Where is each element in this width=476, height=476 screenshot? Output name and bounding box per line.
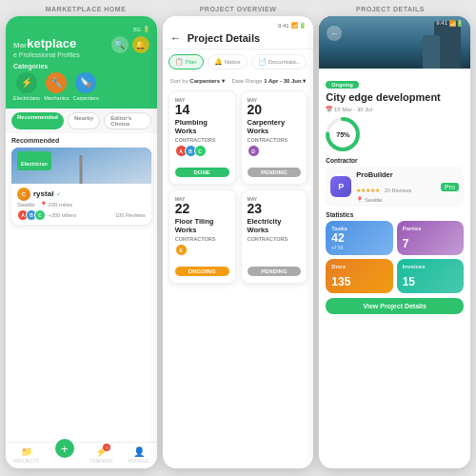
s2-header: 9:41 📶 🔋 ← Project Details bbox=[163, 16, 314, 50]
category-mechanics[interactable]: 🔧 Mechanics bbox=[44, 72, 69, 101]
categories-label: Categories bbox=[13, 63, 149, 69]
pole-decoration bbox=[80, 155, 83, 184]
card-image: Electrician bbox=[11, 148, 151, 184]
carpenter-label: Carpenters bbox=[72, 95, 98, 101]
plan-label: Plan bbox=[186, 59, 197, 65]
s1-bottom-nav: 📁 PROJECTS + ⚡ 3 TENDERS 👤 PROFILE bbox=[6, 442, 157, 468]
card-day: 23 bbox=[248, 202, 302, 215]
card-image-bg: Electrician bbox=[11, 148, 151, 184]
contractors-label: CONTRACTORS bbox=[175, 137, 229, 143]
s2-signal: 📶 🔋 bbox=[291, 22, 307, 29]
tab-notice[interactable]: 🔔 Notice bbox=[208, 54, 248, 69]
card-title: Electricity Works bbox=[248, 217, 302, 234]
profile-icon: 👤 bbox=[133, 446, 145, 457]
status-badge-done: DONE bbox=[175, 168, 229, 177]
s2-statusbar: 9:41 📶 🔋 bbox=[170, 22, 307, 29]
s2-body: MAY 14 Plumbing Works CONTRACTORS A B C … bbox=[163, 87, 314, 468]
search-icon[interactable]: 🔍 bbox=[111, 36, 129, 53]
tasks-sublabel: of 56 bbox=[331, 245, 387, 250]
s2-time: 9:41 bbox=[278, 23, 289, 29]
stat-parties: Parties 7 bbox=[397, 221, 464, 255]
contractor-city: 📍 Seattle bbox=[356, 196, 436, 203]
contractor-name: ProBuilder bbox=[356, 170, 436, 179]
s3-signal: 📶🔋 bbox=[449, 20, 463, 27]
s3-body: Ongoing City edge development 📅 15 Mar -… bbox=[319, 69, 470, 468]
verified-icon: ✓ bbox=[56, 190, 61, 197]
card-title: Carpentery Works bbox=[248, 118, 302, 135]
add-button[interactable]: + bbox=[55, 439, 74, 458]
nav-tenders[interactable]: ⚡ 3 TENDERS bbox=[89, 446, 112, 464]
card-meta: A B C +200 others 100 Reviews bbox=[17, 209, 146, 221]
project-card-floor-tiling[interactable]: MAY 22 Floor Tiling Works CONTRACTORS E … bbox=[169, 189, 236, 284]
tab-nearby[interactable]: Nearby bbox=[68, 112, 100, 129]
sort-label[interactable]: Sort by Carpenters ▾ bbox=[170, 77, 225, 84]
status-badge-pending: PENDING bbox=[248, 267, 302, 276]
tab-plan[interactable]: 📋 Plan bbox=[169, 54, 204, 69]
card-day: 22 bbox=[175, 202, 229, 215]
nav-add[interactable]: + bbox=[55, 446, 74, 464]
contractors-label: CONTRACTORS bbox=[175, 236, 229, 242]
card-name: rystal bbox=[33, 189, 53, 198]
nav-projects[interactable]: 📁 PROJECTS bbox=[13, 446, 39, 464]
pro-badge: Pro bbox=[441, 183, 459, 191]
s2-page-title: Project Details bbox=[188, 32, 260, 44]
stats-section-label: Statistics bbox=[326, 211, 464, 218]
s3-statusbar: 9:41 📶🔋 bbox=[319, 20, 470, 27]
project-card-electricity[interactable]: MAY 23 Electricity Works CONTRACTORS PEN… bbox=[241, 189, 308, 284]
contractor-avatars: E bbox=[175, 244, 229, 256]
progress-pct: 75% bbox=[336, 131, 349, 138]
contractor-avatars: A B C bbox=[175, 145, 229, 157]
bell-icon[interactable]: 🔔 bbox=[132, 36, 149, 53]
marketplace-header: 5G 🔋 Marketplace e Professional Profiles… bbox=[6, 16, 157, 109]
avt-e: E bbox=[175, 244, 188, 256]
project-title: City edge development bbox=[326, 91, 464, 104]
s1-title-group: Marketplace e Professional Profiles bbox=[13, 36, 80, 58]
project-card-carpentery[interactable]: MAY 20 Carpentery Works CONTRACTORS D PE… bbox=[241, 90, 308, 185]
docs-label: Docs bbox=[331, 264, 387, 269]
notice-icon: 🔔 bbox=[214, 58, 223, 66]
mechanic-icon: 🔧 bbox=[46, 72, 67, 93]
view-project-details-button[interactable]: View Project Details bbox=[326, 298, 464, 314]
nav-profile[interactable]: 👤 PROFILE bbox=[129, 446, 149, 464]
invoices-value: 15 bbox=[403, 275, 458, 288]
contractor-reviews: 20 Reviews bbox=[385, 188, 411, 193]
contractors-label: CONTRACTORS bbox=[248, 236, 302, 242]
ongoing-badge: Ongoing bbox=[326, 81, 359, 89]
notice-label: Notice bbox=[225, 59, 241, 65]
back-arrow-icon[interactable]: ← bbox=[170, 31, 182, 45]
parties-label: Parties bbox=[403, 226, 458, 231]
electrician-icon: ⚡ bbox=[16, 72, 37, 93]
tab-editors-choice[interactable]: Editor's Choice bbox=[104, 112, 150, 129]
s2-sort-row: Sort by Carpenters ▾ Date Range 1 Apr - … bbox=[163, 74, 314, 87]
projects-icon: 📁 bbox=[21, 446, 32, 457]
projects-label: PROJECTS bbox=[13, 458, 39, 464]
s1-icon-group: 🔍 🔔 bbox=[111, 36, 149, 53]
project-card-plumbing[interactable]: MAY 14 Plumbing Works CONTRACTORS A B C … bbox=[169, 90, 236, 185]
stat-tasks: Tasks 42 of 56 bbox=[326, 221, 392, 255]
project-cards-grid: MAY 14 Plumbing Works CONTRACTORS A B C … bbox=[169, 90, 308, 284]
sort-value: Carpenters ▾ bbox=[189, 78, 224, 84]
stat-docs: Docs 135 bbox=[326, 259, 392, 293]
mechanic-label: Mechanics bbox=[44, 95, 69, 101]
avatar-3: C bbox=[34, 209, 46, 221]
category-electricians[interactable]: ⚡ Electricians bbox=[13, 72, 40, 101]
marketplace-subtitle: e Professional Profiles bbox=[13, 51, 80, 58]
contractor-card[interactable]: P ProBuilder ★★★★★ 20 Reviews 📍 Seattle … bbox=[326, 167, 464, 207]
avt-c: C bbox=[194, 145, 207, 157]
building-2 bbox=[423, 35, 440, 69]
professional-card[interactable]: Electrician C rystal ✓ Seattle 📍 200 mil… bbox=[11, 148, 151, 225]
contractors-label: CONTRACTORS bbox=[248, 137, 302, 143]
avt-d: D bbox=[248, 145, 260, 157]
plan-icon: 📋 bbox=[175, 58, 184, 66]
profile-label: PROFILE bbox=[129, 458, 149, 464]
marketplace-title: Marketplace bbox=[13, 36, 80, 51]
tab-documentation[interactable]: 📄 Documtatic.. bbox=[251, 54, 307, 69]
invoices-label: Invoices bbox=[403, 264, 458, 269]
date-range-label[interactable]: Date Range 1 Apr - 30 Jun ▾ bbox=[232, 77, 307, 84]
label-screen1: MARKETPLACE HOME bbox=[10, 6, 162, 12]
doc-icon: 📄 bbox=[258, 58, 267, 66]
s1-title-row: Marketplace e Professional Profiles 🔍 🔔 bbox=[13, 36, 149, 58]
card-location: Seattle 📍 200 miles bbox=[17, 201, 146, 208]
category-carpenters[interactable]: 🪚 Carpenters bbox=[72, 72, 98, 101]
tab-recommended[interactable]: Recommended bbox=[11, 112, 64, 129]
